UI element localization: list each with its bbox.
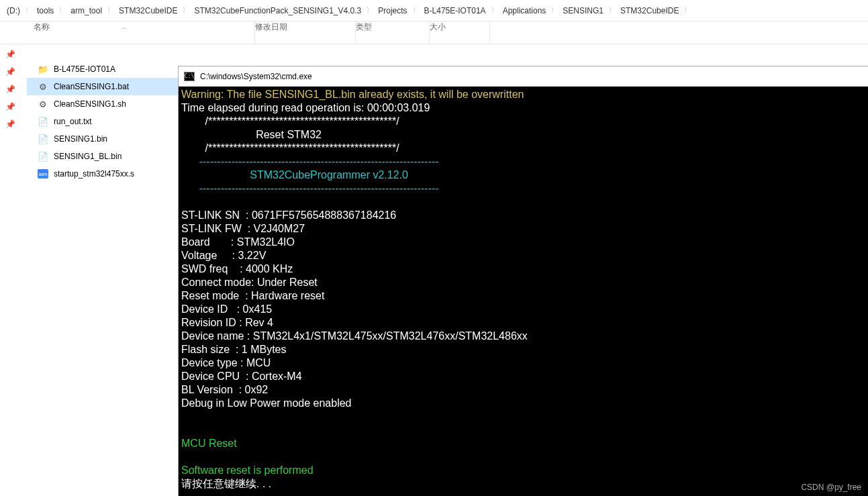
binary-file-icon: 📄 bbox=[38, 134, 48, 144]
console-line: Flash size : 1 MBytes bbox=[181, 344, 287, 355]
console-line: Time elapsed during read operation is: 0… bbox=[181, 102, 430, 113]
shell-file-icon: ⚙ bbox=[38, 99, 48, 109]
file-list: 📁 B-L475E-IOT01A ⚙ CleanSENSING1.bat ⚙ C… bbox=[27, 60, 178, 183]
file-label: CleanSENSING1.bat bbox=[54, 82, 129, 91]
console-line: Device type : MCU bbox=[181, 357, 271, 368]
pin-icon[interactable]: 📌 bbox=[0, 63, 20, 81]
column-header-name[interactable]: 名称 bbox=[34, 21, 255, 44]
file-label: SENSING1_BL.bin bbox=[54, 152, 122, 161]
console-line: /***************************************… bbox=[181, 115, 399, 127]
column-header-modified[interactable]: 修改日期 bbox=[255, 21, 356, 44]
console-window: C:\ C:\windows\System32\cmd.exe Warning:… bbox=[178, 66, 868, 496]
console-line: BL Version : 0x92 bbox=[181, 384, 268, 395]
list-item[interactable]: ⚙ CleanSENSING1.bat bbox=[27, 78, 178, 95]
console-line: ----------------------------------------… bbox=[181, 183, 439, 194]
chevron-right-icon: 〉 bbox=[365, 6, 374, 15]
cmd-icon: C:\ bbox=[184, 72, 195, 81]
console-line: Reset STM32 bbox=[181, 129, 322, 140]
console-line: Voltage : 3.22V bbox=[181, 250, 266, 261]
chevron-right-icon: 〉 bbox=[608, 6, 616, 15]
console-line: Connect mode: Under Reset bbox=[181, 277, 318, 288]
console-output[interactable]: Warning: The file SENSING1_BL.bin alread… bbox=[179, 87, 868, 496]
list-item[interactable]: 📄 run_out.txt bbox=[27, 113, 178, 130]
console-line: /***************************************… bbox=[181, 142, 399, 154]
folder-icon: 📁 bbox=[38, 64, 48, 75]
chevron-right-icon: 〉 bbox=[24, 6, 33, 15]
asm-file-icon: asm bbox=[38, 168, 48, 179]
console-press-key: 请按任意键继续. . . bbox=[181, 478, 271, 489]
breadcrumb-item[interactable]: STM32CubeIDE bbox=[616, 6, 683, 15]
breadcrumb-item[interactable]: STM32CubeIDE bbox=[115, 6, 181, 15]
chevron-right-icon: 〉 bbox=[412, 6, 420, 15]
breadcrumb-item[interactable]: STM32CubeFunctionPack_SENSING1_V4.0.3 bbox=[190, 6, 365, 15]
column-header-size[interactable]: 大小 bbox=[430, 21, 490, 44]
breadcrumb-item[interactable]: B-L475E-IOT01A bbox=[420, 6, 490, 15]
list-item[interactable]: 📄 SENSING1.bin bbox=[27, 130, 178, 148]
breadcrumb-item[interactable]: SENSING1 bbox=[559, 6, 608, 15]
chevron-right-icon: 〉 bbox=[181, 6, 190, 15]
breadcrumb-item[interactable]: Projects bbox=[374, 6, 411, 15]
list-item[interactable]: 📄 SENSING1_BL.bin bbox=[27, 148, 178, 165]
pin-icon[interactable]: 📌 bbox=[0, 46, 20, 63]
watermark: CSDN @py_free bbox=[801, 483, 861, 492]
binary-file-icon: 📄 bbox=[38, 151, 48, 162]
file-label: startup_stm32l475xx.s bbox=[54, 169, 134, 179]
console-warning-line: Warning: The file SENSING1_BL.bin alread… bbox=[181, 89, 524, 100]
quick-access-pins: 📌 📌 📌 📌 📌 bbox=[0, 46, 20, 133]
chevron-right-icon: 〉 bbox=[58, 6, 66, 15]
column-header-type[interactable]: 类型 bbox=[356, 21, 430, 44]
console-line: Board : STM32L4IO bbox=[181, 236, 295, 248]
breadcrumb-item[interactable]: tools bbox=[33, 6, 58, 15]
console-programmer-title: STM32CubeProgrammer v2.12.0 bbox=[181, 169, 462, 181]
console-line: ST-LINK SN : 0671FF575654888367184216 bbox=[181, 209, 396, 221]
console-mcu-reset: MCU Reset bbox=[181, 438, 237, 449]
console-titlebar[interactable]: C:\ C:\windows\System32\cmd.exe bbox=[179, 66, 868, 87]
chevron-right-icon: 〉 bbox=[683, 6, 691, 15]
file-label: SENSING1.bin bbox=[54, 134, 107, 144]
pin-icon[interactable]: 📌 bbox=[0, 98, 20, 115]
breadcrumb: (D:)〉 tools〉 arm_tool〉 STM32CubeIDE〉 STM… bbox=[0, 0, 868, 21]
file-label: B-L475E-IOT01A bbox=[54, 64, 115, 74]
list-item[interactable]: ⚙ CleanSENSING1.sh bbox=[27, 95, 178, 113]
breadcrumb-item[interactable]: arm_tool bbox=[66, 6, 106, 15]
column-headers: ︿ 名称 修改日期 类型 大小 bbox=[0, 21, 868, 44]
console-line: Device name : STM32L4x1/STM32L475xx/STM3… bbox=[181, 330, 528, 342]
console-line: Reset mode : Hardware reset bbox=[181, 290, 324, 301]
batch-file-icon: ⚙ bbox=[38, 81, 48, 92]
breadcrumb-item[interactable]: (D:) bbox=[3, 6, 24, 15]
console-title-text: C:\windows\System32\cmd.exe bbox=[200, 72, 312, 81]
text-file-icon: 📄 bbox=[38, 116, 48, 127]
chevron-right-icon: 〉 bbox=[106, 6, 115, 15]
file-label: CleanSENSING1.sh bbox=[54, 99, 126, 109]
console-line: ST-LINK FW : V2J40M27 bbox=[181, 223, 305, 234]
pin-icon[interactable]: 📌 bbox=[0, 115, 20, 133]
chevron-right-icon: 〉 bbox=[490, 6, 499, 15]
console-soft-reset: Software reset is performed bbox=[181, 464, 314, 476]
console-line: Debug in Low Power mode enabled bbox=[181, 397, 352, 409]
console-line: Device ID : 0x415 bbox=[181, 303, 272, 315]
console-line: Device CPU : Cortex-M4 bbox=[181, 370, 302, 382]
sort-ascending-icon: ︿ bbox=[121, 23, 128, 32]
file-label: run_out.txt bbox=[54, 117, 92, 126]
pin-icon[interactable]: 📌 bbox=[0, 81, 20, 98]
chevron-right-icon: 〉 bbox=[550, 6, 559, 15]
console-line: SWD freq : 4000 KHz bbox=[181, 263, 293, 275]
list-item[interactable]: 📁 B-L475E-IOT01A bbox=[27, 60, 178, 78]
console-line: Revision ID : Rev 4 bbox=[181, 317, 273, 328]
breadcrumb-item[interactable]: Applications bbox=[499, 6, 550, 15]
console-line: ----------------------------------------… bbox=[181, 156, 439, 167]
list-item[interactable]: asm startup_stm32l475xx.s bbox=[27, 165, 178, 183]
